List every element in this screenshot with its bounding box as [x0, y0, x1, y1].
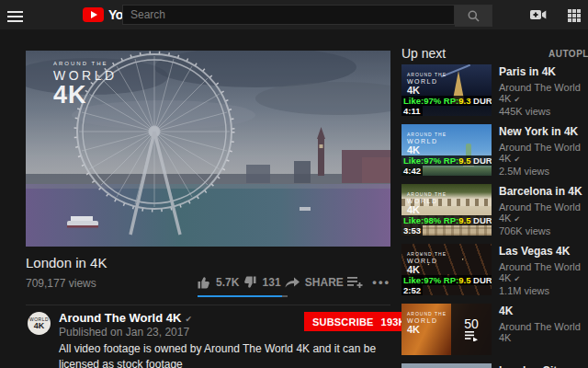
- suggested-video-title: 4K: [499, 305, 588, 317]
- rating-duration-badge: Like:97% RP:9.3 DUR: 4:11: [401, 96, 492, 116]
- thumb-down-icon: [243, 276, 257, 289]
- video-player[interactable]: AROUND THE WORLD 4K: [26, 51, 390, 247]
- suggested-video-title: New York in 4K: [499, 125, 588, 138]
- video-title: London in 4K: [26, 255, 107, 270]
- video-info: New York in 4K Around The World 4K✔ 2.5M…: [499, 125, 588, 177]
- share-button[interactable]: SHARE: [285, 276, 344, 289]
- suggested-video-channel: Around The World 4K✔: [499, 261, 588, 283]
- verified-badge-icon: ✔: [514, 96, 520, 104]
- playlist-count: 50: [464, 317, 479, 331]
- like-count: 5.7K: [216, 276, 239, 289]
- rating-duration-badge: Like:97% RP:9.5 DUR: 4:42: [401, 155, 492, 176]
- save-to-playlist-button[interactable]: [347, 277, 368, 288]
- search-form: [122, 5, 492, 25]
- divider: [26, 305, 390, 305]
- video-thumbnail[interactable]: AROUND THEWORLD4K Like:97% RP:9.5 DUR: 4…: [401, 124, 492, 176]
- thumbnail-watermark: AROUND THEWORLD4K: [407, 192, 447, 215]
- up-next-list: AROUND THEWORLD4K Like:97% RP:9.3 DUR: 4…: [401, 64, 588, 368]
- verified-badge-icon: ✔: [514, 275, 520, 283]
- video-description: All video footage is owned by Around The…: [59, 341, 397, 368]
- verified-badge-icon: ✔: [185, 315, 192, 324]
- suggested-video-views: 2.5M views: [499, 166, 588, 177]
- suggested-video-title: Barcelona in 4K: [499, 185, 588, 198]
- autoplay-label[interactable]: AUTOPLAY: [548, 49, 588, 59]
- playlist-play-icon: [465, 331, 479, 341]
- suggested-video-title: Las Vegas 4K: [499, 245, 588, 258]
- share-icon: [285, 277, 300, 288]
- playlist-overlay: 50: [451, 304, 492, 355]
- suggested-video-views: 445K views: [499, 106, 588, 117]
- dislike-count: 131: [263, 276, 281, 289]
- suggested-video-item[interactable]: AROUND THEWORLD4K London City Tour 2017: [401, 363, 588, 368]
- rating-duration-badge: Like:98% RP:9.5 DUR: 3:53: [401, 215, 492, 236]
- thumbnail-watermark: AROUND THEWORLD4K: [407, 73, 447, 96]
- verified-badge-icon: ✔: [514, 155, 520, 164]
- upload-video-icon[interactable]: [530, 8, 547, 25]
- video-thumbnail[interactable]: AROUND THEWORLD4K 50: [401, 304, 492, 355]
- search-icon: [468, 10, 480, 22]
- video-info: Barcelona in 4K Around The World 4K✔ 706…: [499, 185, 588, 236]
- thumbnail-watermark: AROUND THEWORLD4K: [407, 132, 447, 155]
- playlist-add-icon: [347, 277, 363, 288]
- top-bar: YouTube VN: [0, 0, 588, 29]
- rating-duration-badge: Like:97% RP:9.5 DUR: 2:52: [401, 275, 492, 295]
- search-button[interactable]: [455, 5, 492, 27]
- suggested-video-channel: Around The World 4K✔: [499, 201, 588, 224]
- youtube-play-icon: [83, 7, 104, 22]
- channel-avatar[interactable]: WORLD 4K: [28, 312, 51, 335]
- suggested-video-title: London City Tour 2017: [499, 364, 588, 368]
- dislike-button[interactable]: 131: [243, 276, 281, 289]
- video-info: Paris in 4K Around The World 4K✔ 445K vi…: [499, 65, 588, 117]
- suggested-video-channel: Around The World 4K✔: [499, 142, 588, 164]
- apps-grid-icon[interactable]: [568, 9, 582, 23]
- view-count: 709,177 views: [26, 277, 96, 290]
- thumb-up-icon: [197, 276, 210, 289]
- subscribe-button[interactable]: SUBSCRIBE 193K: [304, 312, 414, 331]
- share-label: SHARE: [305, 276, 344, 289]
- verified-badge-icon: ✔: [514, 215, 520, 224]
- video-thumbnail[interactable]: AROUND THEWORLD4K Like:98% RP:9.5 DUR: 3…: [401, 184, 492, 236]
- suggested-video-title: Paris in 4K: [499, 65, 588, 78]
- more-actions-icon[interactable]: •••: [372, 275, 390, 289]
- suggested-video-views: 706K views: [499, 225, 588, 236]
- suggested-video-item[interactable]: AROUND THEWORLD4K Like:98% RP:9.5 DUR: 3…: [401, 184, 588, 236]
- video-info: London City Tour 2017: [499, 364, 588, 368]
- youtube-watch-page: YouTube VN: [0, 0, 588, 368]
- video-info: Las Vegas 4K Around The World 4K✔ 1.1M v…: [499, 245, 588, 296]
- suggested-video-item[interactable]: AROUND THEWORLD4K Like:97% RP:9.5 DUR: 2…: [401, 244, 588, 295]
- channel-name[interactable]: Around The World 4K✔: [59, 311, 192, 325]
- suggested-video-channel: Around The World 4K✔: [499, 82, 588, 104]
- search-input[interactable]: [122, 5, 455, 25]
- video-thumbnail[interactable]: AROUND THEWORLD4K Like:97% RP:9.5 DUR: 2…: [401, 244, 492, 295]
- thumbnail-watermark: AROUND THEWORLD4K: [407, 312, 447, 335]
- menu-icon[interactable]: [7, 11, 23, 25]
- suggested-video-views: 1.1M views: [499, 285, 588, 296]
- like-ratio-bar: [198, 295, 288, 297]
- thumbnail-watermark: AROUND THEWORLD4K: [407, 252, 447, 275]
- suggested-video-item[interactable]: AROUND THEWORLD4K 50 4K Around T: [401, 304, 588, 355]
- suggested-video-item[interactable]: AROUND THEWORLD4K Like:97% RP:9.3 DUR: 4…: [401, 64, 588, 116]
- video-watermark: AROUND THE WORLD 4K: [53, 61, 118, 108]
- video-info: 4K Around The World 4K: [499, 305, 588, 343]
- like-button[interactable]: 5.7K: [197, 276, 239, 289]
- video-thumbnail[interactable]: AROUND THEWORLD4K: [401, 363, 492, 368]
- publish-date: Published on Jan 23, 2017: [59, 326, 189, 339]
- video-thumbnail[interactable]: AROUND THEWORLD4K Like:97% RP:9.3 DUR: 4…: [401, 64, 492, 116]
- video-actions: 5.7K 131 SHARE •••: [197, 275, 390, 289]
- suggested-video-item[interactable]: AROUND THEWORLD4K Like:97% RP:9.5 DUR: 4…: [401, 124, 588, 176]
- suggested-video-channel: Around The World 4K: [499, 321, 588, 343]
- up-next-heading: Up next: [401, 46, 446, 61]
